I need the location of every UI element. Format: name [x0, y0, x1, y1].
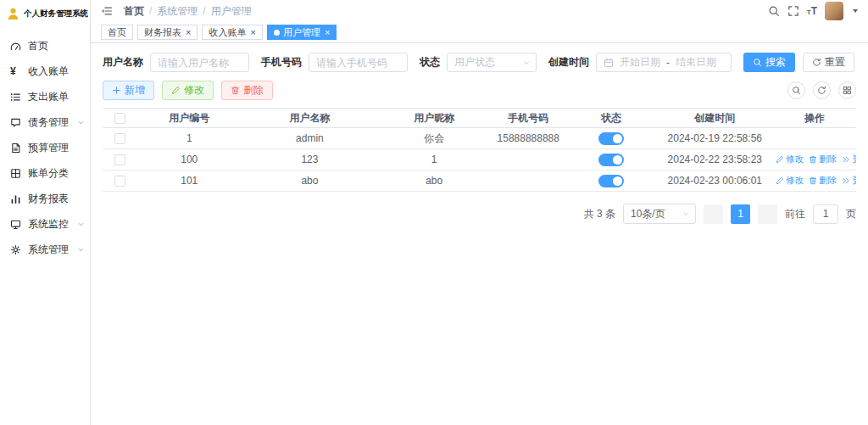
top-navbar: 首页/系统管理/用户管理 TT [91, 0, 868, 22]
close-icon[interactable]: × [186, 28, 191, 37]
goto-page-input[interactable] [813, 204, 838, 224]
username-input[interactable] [150, 53, 249, 72]
sidebar: 个人财务管理系统 首页¥收入账单支出账单债务管理预算管理账单分类财务报表系统监控… [0, 0, 91, 425]
status-toggle[interactable] [598, 132, 624, 145]
column-header: 用户名称 [242, 109, 377, 128]
row-delete-button[interactable]: 删除 [809, 154, 837, 165]
message-icon [10, 117, 22, 128]
add-button[interactable]: 新增 [103, 81, 154, 100]
total-count: 共 3 条 [584, 207, 615, 221]
page-content: 用户名称 手机号码 状态 用户状态 创建时间 [91, 43, 868, 425]
sidebar-item-debt[interactable]: 债务管理 [0, 109, 90, 135]
sidebar-item-system[interactable]: 系统管理 [0, 237, 90, 262]
row-checkbox-cell [103, 149, 136, 171]
refresh-table-button[interactable] [813, 81, 831, 99]
cell-phone: 15888888888 [491, 128, 566, 149]
font-size-icon[interactable]: TT [807, 6, 817, 16]
user-table: 用户编号用户名称用户昵称手机号码状态创建时间操作 1admin你会1588888… [103, 108, 856, 192]
columns-button[interactable] [838, 81, 856, 99]
row-more-button[interactable]: 更多 [842, 154, 856, 165]
document-icon [10, 143, 22, 154]
date-separator: - [666, 57, 670, 69]
status-toggle[interactable] [598, 154, 624, 166]
delete-button[interactable]: 删除 [221, 81, 273, 100]
date-range-picker[interactable]: 开始日期 - 结束日期 [596, 53, 732, 72]
sidebar-menu: 首页¥收入账单支出账单债务管理预算管理账单分类财务报表系统监控系统管理 [0, 30, 90, 425]
sidebar-item-category[interactable]: 账单分类 [0, 160, 90, 186]
fullscreen-icon[interactable] [787, 5, 799, 17]
calendar-icon [604, 58, 614, 68]
sidebar-item-label: 账单分类 [28, 166, 69, 181]
main-area: 首页/系统管理/用户管理 TT 首页财务报表×收入账单×用户管理× 用户名称 手… [91, 0, 868, 425]
page-size-select[interactable]: 10条/页 [623, 204, 696, 224]
row-checkbox[interactable] [114, 154, 125, 165]
column-header: 手机号码 [491, 109, 566, 128]
row-checkbox[interactable] [114, 133, 125, 144]
row-delete-button[interactable]: 删除 [809, 175, 837, 187]
toggle-search-button[interactable] [787, 81, 805, 99]
tab-income-bill[interactable]: 收入账单× [202, 25, 262, 40]
breadcrumb-item[interactable]: 首页 [124, 4, 144, 19]
reset-button[interactable]: 重置 [803, 53, 854, 72]
tab-user-manage[interactable]: 用户管理× [267, 25, 337, 40]
search-icon[interactable] [768, 5, 780, 17]
breadcrumb-item[interactable]: 系统管理 [157, 4, 198, 19]
gear-icon [10, 244, 22, 255]
close-icon[interactable]: × [325, 28, 330, 37]
sidebar-item-income[interactable]: ¥收入账单 [0, 59, 90, 84]
row-edit-button[interactable]: 修改 [776, 175, 804, 187]
tab-home[interactable]: 首页 [101, 25, 133, 40]
cell-nick-name: abo [377, 171, 490, 192]
row-checkbox-cell [103, 171, 136, 192]
page-unit: 页 [846, 207, 856, 221]
column-header: 状态 [566, 109, 657, 128]
sidebar-item-budget[interactable]: 预算管理 [0, 135, 90, 160]
select-all-checkbox[interactable] [114, 113, 125, 124]
hamburger-icon[interactable] [101, 5, 113, 17]
row-more-button[interactable]: 更多 [842, 175, 856, 187]
tab-finance-report[interactable]: 财务报表× [137, 25, 198, 40]
goto-label: 前往 [785, 207, 805, 221]
tab-label: 用户管理 [283, 26, 320, 39]
sidebar-item-home[interactable]: 首页 [0, 33, 90, 59]
select-all-cell [103, 109, 136, 128]
sidebar-item-label: 债务管理 [28, 115, 69, 130]
column-header: 用户编号 [136, 109, 242, 128]
status-select-placeholder: 用户状态 [454, 55, 495, 70]
status-select[interactable]: 用户状态 [447, 53, 537, 72]
current-page-button[interactable]: 1 [731, 204, 750, 224]
edit-button[interactable]: 修改 [162, 81, 214, 100]
sidebar-item-label: 首页 [28, 39, 48, 53]
sidebar-item-report[interactable]: 财务报表 [0, 186, 90, 211]
cell-status [566, 149, 657, 171]
monitor-icon [10, 219, 22, 230]
search-icon [753, 58, 762, 67]
cell-created: 2024-02-19 22:58:56 [656, 128, 773, 149]
prev-page-button[interactable] [704, 204, 723, 224]
cell-created: 2024-02-23 00:06:01 [656, 171, 773, 192]
app-logo[interactable]: 个人财务管理系统 [0, 0, 90, 30]
active-dot [274, 30, 280, 36]
username-field-group: 用户名称 [103, 53, 249, 72]
avatar[interactable] [825, 2, 843, 20]
phone-input[interactable] [309, 53, 408, 72]
sidebar-item-label: 收入账单 [28, 64, 69, 79]
cell-operations: 修改删除更多 [773, 149, 856, 171]
caret-down-icon[interactable] [853, 9, 858, 13]
sidebar-item-monitor[interactable]: 系统监控 [0, 211, 90, 237]
sidebar-item-label: 财务报表 [28, 192, 69, 206]
row-edit-button[interactable]: 修改 [776, 154, 804, 165]
app-title: 个人财务管理系统 [24, 8, 88, 20]
breadcrumb-item: 用户管理 [211, 4, 252, 19]
cell-operations: 修改删除更多 [773, 171, 856, 192]
next-page-button[interactable] [758, 204, 777, 224]
table-row: 10012312024-02-22 23:58:23修改删除更多 [103, 149, 856, 171]
row-checkbox[interactable] [114, 176, 125, 187]
sidebar-item-expense[interactable]: 支出账单 [0, 84, 90, 109]
cell-created: 2024-02-22 23:58:23 [656, 149, 773, 171]
table-body: 1admin你会158888888882024-02-19 22:58:5610… [103, 128, 856, 192]
status-toggle[interactable] [598, 175, 624, 187]
sidebar-item-label: 支出账单 [28, 90, 69, 104]
close-icon[interactable]: × [250, 28, 255, 37]
search-button[interactable]: 搜索 [743, 53, 795, 72]
